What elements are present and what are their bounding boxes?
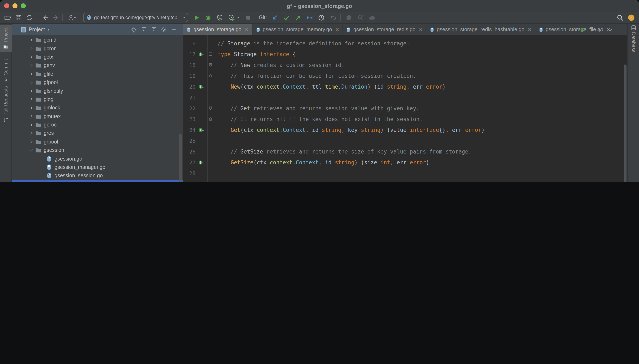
back-arrow-icon[interactable] — [41, 13, 49, 22]
git-commit-icon[interactable] — [282, 13, 290, 22]
open-folder-icon[interactable] — [3, 13, 12, 22]
sync-icon[interactable] — [25, 13, 33, 22]
implemented-gutter-icon[interactable] — [197, 127, 205, 133]
code-line-21[interactable]: 21 — [183, 92, 627, 103]
stripe-button-pull-requests[interactable]: Pull Requests — [0, 86, 12, 123]
tree-item-gsession-manager-go[interactable]: gsession_manager.go — [12, 163, 183, 172]
tree-item-gmlock[interactable]: gmlock — [12, 104, 183, 112]
code-line-22[interactable]: 22 // Get retrieves and returns session … — [183, 103, 627, 114]
tree-item-gsession-go[interactable]: gsession.go — [12, 154, 183, 163]
tree-item-grpool[interactable]: grpool — [12, 138, 183, 146]
chevron-right-icon[interactable] — [28, 97, 34, 102]
close-tab-icon[interactable]: ✕ — [245, 27, 248, 32]
code-line-28[interactable]: 28 — [183, 168, 627, 178]
code-line-20[interactable]: 20 New(ctx context.Context, ttl time.Dur… — [183, 81, 627, 92]
code-line-23[interactable]: 23 // It returns nil if the key does not… — [183, 114, 627, 124]
run-button[interactable] — [192, 13, 200, 22]
fold-marker-icon[interactable] — [207, 116, 214, 122]
fold-marker-icon[interactable] — [207, 52, 214, 56]
editor-tab-gsession-storage-go[interactable]: gsession_storage.go✕ — [183, 24, 252, 35]
locate-icon[interactable] — [131, 26, 137, 33]
stripe-button-commit[interactable]: Commit — [0, 59, 12, 82]
code-line-18[interactable]: 18 // New creates a custom session id. — [183, 60, 627, 70]
debug-button[interactable] — [204, 13, 212, 22]
code-editor[interactable]: 16// Storage is the interface definition… — [183, 35, 627, 182]
chevron-right-icon[interactable] — [28, 46, 34, 51]
tree-item-gsession-session-go[interactable]: gsession_session.go — [12, 172, 183, 180]
fold-marker-icon[interactable] — [207, 73, 214, 78]
collapse-all-icon[interactable] — [150, 26, 157, 33]
project-vertical-scrollbar[interactable] — [179, 134, 182, 182]
code-line-24[interactable]: 24 Get(ctx context.Context, id string, k… — [183, 124, 627, 135]
fold-marker-icon[interactable] — [207, 106, 214, 111]
tree-item-gsession-storage-go[interactable]: gsession_storage.go — [12, 180, 183, 182]
history-icon[interactable] — [317, 13, 325, 22]
tree-item-gproc[interactable]: gproc — [12, 121, 183, 129]
tree-item-glog[interactable]: glog — [12, 95, 183, 104]
chevron-down-icon[interactable] — [28, 148, 34, 153]
tree-item-gfile[interactable]: gfile — [12, 70, 183, 78]
stripe-button-project[interactable]: Project — [0, 25, 12, 52]
code-line-19[interactable]: 19 // This function can be used for cust… — [183, 70, 627, 81]
close-tab-icon[interactable]: ✕ — [528, 27, 532, 32]
chevron-right-icon[interactable] — [28, 122, 34, 127]
chevron-right-icon[interactable] — [28, 55, 34, 59]
chevron-right-icon[interactable] — [28, 80, 34, 85]
code-line-29[interactable]: 29 // Data retrieves all key-value pairs… — [183, 178, 627, 182]
gear-icon[interactable] — [160, 26, 167, 33]
upgrade-notification-badge[interactable]: ↑ — [627, 13, 635, 22]
tree-item-gfpool[interactable]: gfpool — [12, 78, 183, 87]
project-panel-title[interactable]: Project ▾ — [21, 26, 49, 32]
implemented-gutter-icon[interactable] — [197, 84, 205, 90]
implemented-gutter-icon[interactable] — [197, 51, 205, 57]
inspection-widget[interactable]: 1 — [580, 27, 613, 33]
forward-arrow-icon[interactable] — [52, 13, 60, 22]
chevron-right-icon[interactable] — [28, 88, 34, 93]
search-icon[interactable] — [616, 13, 624, 22]
tree-item-gmutex[interactable]: gmutex — [12, 112, 183, 121]
chevron-right-icon[interactable] — [28, 114, 34, 118]
code-line-16[interactable]: 16// Storage is the interface definition… — [183, 38, 627, 49]
left-tool-window-stripe: ProjectCommitPull RequestsStructureFavor… — [0, 24, 12, 182]
tree-item-gctx[interactable]: gctx — [12, 53, 183, 61]
tree-item-genv[interactable]: genv — [12, 61, 183, 70]
chevron-right-icon[interactable] — [28, 72, 34, 76]
editor-vertical-scrollbar[interactable] — [624, 64, 626, 182]
chevron-down-icon[interactable] — [607, 27, 613, 33]
code-line-26[interactable]: 26 // GetSize retrieves and returns the … — [183, 146, 627, 157]
chevron-right-icon[interactable] — [28, 106, 34, 110]
editor-tab-gsession-storage-memory-go[interactable]: gsession_storage_memory.go✕ — [252, 24, 343, 35]
implemented-gutter-icon[interactable] — [197, 159, 205, 165]
coverage-button[interactable] — [216, 13, 224, 22]
chevron-right-icon[interactable] — [28, 63, 34, 68]
editor-tab-gsession-storage-redis-go[interactable]: gsession_storage_redis.go✕ — [343, 24, 426, 35]
caret-down-icon[interactable] — [73, 13, 77, 22]
minimize-icon[interactable] — [170, 26, 177, 33]
chevron-right-icon[interactable] — [28, 140, 34, 144]
fold-marker-icon[interactable] — [207, 62, 214, 68]
editor-tab-gsession-storage-redis-hashtable-go[interactable]: gsession_storage_redis_hashtable.go✕ — [426, 24, 536, 35]
code-line-27[interactable]: 27 GetSize(ctx context.Context, id strin… — [183, 157, 627, 168]
git-update-icon[interactable] — [270, 13, 279, 22]
tree-item-gcron[interactable]: gcron — [12, 44, 183, 53]
caret-down-icon[interactable] — [236, 13, 240, 22]
tree-item-gcmd[interactable]: gcmd — [12, 36, 183, 44]
run-configuration-select[interactable]: go test github.com/gogf/gf/v2/net/gtcp ▾ — [83, 13, 188, 22]
save-icon[interactable] — [14, 13, 22, 22]
tree-item-gsession[interactable]: gsession — [12, 146, 183, 154]
chevron-up-icon[interactable] — [596, 27, 602, 33]
close-tab-icon[interactable]: ✕ — [419, 27, 422, 32]
git-push-icon[interactable] — [294, 13, 302, 22]
close-tab-icon[interactable]: ✕ — [335, 27, 339, 32]
tree-item-gfsnotify[interactable]: gfsnotify — [12, 87, 183, 95]
tree-item-gres[interactable]: gres — [12, 129, 183, 138]
stripe-button-database[interactable]: Database — [628, 25, 639, 52]
git-merge-icon[interactable] — [305, 13, 314, 22]
expand-all-icon[interactable] — [140, 26, 147, 33]
profiler-button[interactable] — [227, 13, 236, 22]
code-line-17[interactable]: 17type Storage interface { — [183, 49, 627, 60]
chevron-right-icon[interactable] — [28, 131, 34, 136]
chevron-right-icon[interactable] — [28, 38, 34, 42]
folder-icon — [35, 104, 42, 111]
code-line-25[interactable]: 25 — [183, 135, 627, 146]
